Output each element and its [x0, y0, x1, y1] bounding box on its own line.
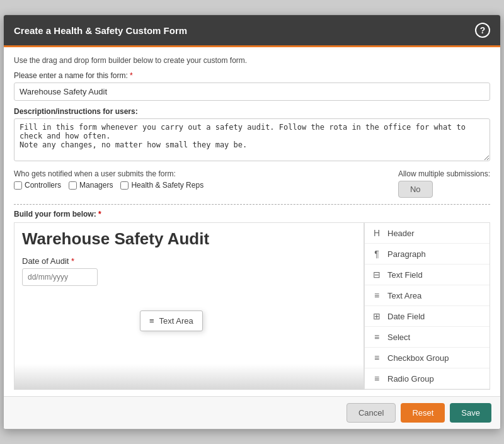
gradient-overlay	[14, 364, 364, 389]
component-text-area-label: Text Area	[387, 291, 421, 300]
text-area-icon: ≡	[371, 290, 382, 300]
instruction-text: Use the drag and drop form builder below…	[14, 56, 490, 65]
date-field-input[interactable]	[22, 268, 98, 286]
checkbox-controllers[interactable]: Controllers	[14, 181, 61, 190]
checkbox-safety-reps-input[interactable]	[120, 181, 129, 190]
form-builder-area: Warehouse Safety Audit Date of Audit * H…	[14, 222, 490, 390]
date-field-icon: ⊞	[371, 311, 382, 321]
reset-button[interactable]: Reset	[401, 403, 445, 423]
component-radio-group[interactable]: ≡ Radio Group	[365, 368, 490, 389]
component-select[interactable]: ≡ Select	[365, 327, 490, 348]
component-checkbox-group-label: Checkbox Group	[387, 353, 449, 363]
build-required-marker: *	[98, 210, 101, 219]
notifications-row: Who gets notified when a user submits th…	[14, 169, 490, 198]
checkbox-safety-reps[interactable]: Health & Safety Reps	[120, 181, 203, 190]
modal-title: Create a Health & Safety Custom Form	[14, 25, 187, 36]
component-select-label: Select	[387, 333, 410, 342]
component-date-field-label: Date Field	[387, 312, 425, 321]
allow-multiple-section: Allow multiple submissions: No	[398, 169, 490, 198]
form-preview-title: Warehouse Safety Audit	[22, 229, 356, 249]
component-paragraph-label: Paragraph	[387, 249, 426, 259]
component-checkbox-group[interactable]: ≡ Checkbox Group	[365, 348, 490, 368]
component-text-field[interactable]: ⊟ Text Field	[365, 265, 490, 285]
radio-group-icon: ≡	[371, 373, 382, 384]
component-date-field[interactable]: ⊞ Date Field	[365, 306, 490, 327]
notifications-checkboxes: Controllers Managers Health & Safety Rep…	[14, 181, 203, 190]
component-text-area[interactable]: ≡ Text Area	[365, 285, 490, 306]
component-header-label: Header	[387, 229, 415, 238]
modal-footer: Cancel Reset Save	[4, 396, 500, 429]
notifications-label: Who gets notified when a user submits th…	[14, 169, 203, 178]
cancel-button[interactable]: Cancel	[346, 403, 396, 423]
checkbox-group-icon: ≡	[371, 353, 382, 363]
header-icon: H	[371, 228, 382, 238]
component-panel: H Header ¶ Paragraph ⊟ Text Field ≡ Text…	[364, 222, 490, 390]
paragraph-icon: ¶	[371, 249, 382, 259]
form-field-label: Date of Audit *	[22, 256, 356, 266]
component-radio-group-label: Radio Group	[387, 374, 434, 384]
modal-container: Create a Health & Safety Custom Form ? U…	[3, 14, 501, 430]
select-icon: ≡	[371, 332, 382, 342]
description-label: Description/instructions for users:	[14, 107, 490, 116]
form-preview: Warehouse Safety Audit Date of Audit *	[14, 222, 364, 390]
help-icon[interactable]: ?	[475, 23, 490, 38]
component-paragraph[interactable]: ¶ Paragraph	[365, 244, 490, 265]
component-text-field-label: Text Field	[387, 270, 423, 280]
allow-multiple-button[interactable]: No	[398, 181, 433, 198]
form-name-label: Please enter a name for this form: *	[14, 71, 490, 80]
checkbox-managers-input[interactable]	[69, 181, 77, 190]
component-header[interactable]: H Header	[365, 223, 490, 244]
checkbox-managers[interactable]: Managers	[69, 181, 113, 190]
required-marker: *	[130, 71, 133, 80]
form-name-input[interactable]	[14, 83, 490, 101]
modal-header: Create a Health & Safety Custom Form ?	[4, 15, 500, 47]
allow-multiple-label: Allow multiple submissions:	[398, 169, 490, 178]
notifications-left: Who gets notified when a user submits th…	[14, 169, 203, 190]
build-label: Build your form below: *	[14, 204, 490, 219]
checkbox-controllers-input[interactable]	[14, 181, 22, 190]
save-button[interactable]: Save	[450, 403, 491, 423]
modal-body: Use the drag and drop form builder below…	[4, 47, 500, 396]
text-field-icon: ⊟	[371, 270, 382, 280]
description-textarea[interactable]: Fill in this form whenever you carry out…	[14, 118, 490, 161]
